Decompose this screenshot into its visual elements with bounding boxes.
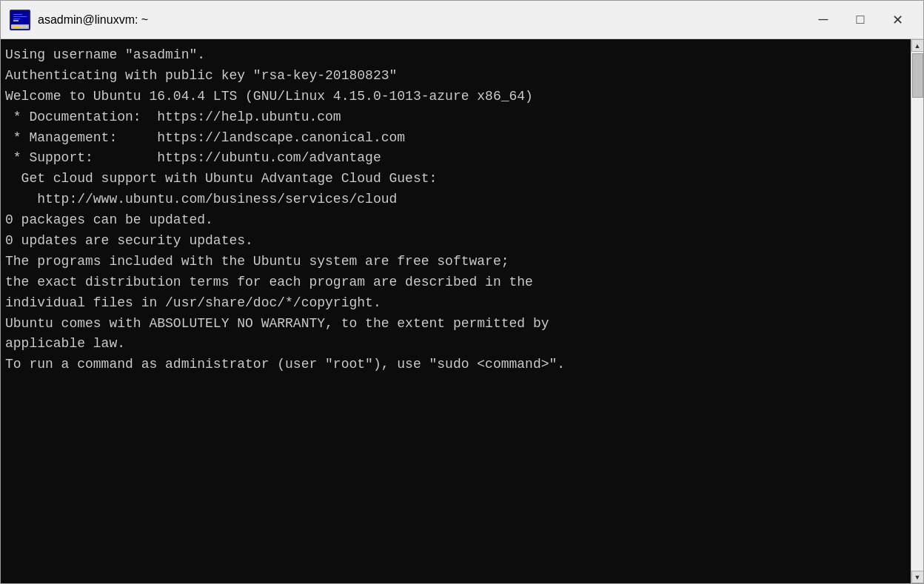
terminal-line: To run a command as administrator (user …	[5, 355, 906, 375]
titlebar: asadmin@linuxvm: ~ ─ □ ✕	[1, 1, 923, 39]
terminal-line: * Documentation: https://help.ubuntu.com	[5, 107, 906, 128]
terminal-line: Using username "asadmin".	[5, 45, 906, 66]
terminal-line: Ubuntu comes with ABSOLUTELY NO WARRANTY…	[5, 314, 906, 335]
terminal-line: Get cloud support with Ubuntu Advantage …	[5, 169, 906, 189]
terminal-window: asadmin@linuxvm: ~ ─ □ ✕ Using username …	[0, 0, 924, 584]
terminal-content: Using username "asadmin".Authenticating …	[5, 45, 906, 375]
svg-rect-7	[24, 26, 27, 27]
terminal-area: Using username "asadmin".Authenticating …	[1, 39, 923, 583]
titlebar-left: asadmin@linuxvm: ~	[10, 10, 148, 30]
terminal-line: individual files in /usr/share/doc/*/cop…	[5, 293, 906, 314]
svg-rect-9	[13, 16, 27, 17]
terminal-line: applicable law.	[5, 334, 906, 355]
svg-rect-8	[13, 14, 22, 15]
svg-rect-6	[20, 26, 23, 27]
scroll-down-arrow[interactable]: ▼	[911, 571, 924, 583]
terminal-line: Authenticating with public key "rsa-key-…	[5, 66, 906, 87]
terminal-icon	[10, 10, 30, 30]
scrollbar-track[interactable]	[911, 52, 923, 571]
terminal-line: * Management: https://landscape.canonica…	[5, 128, 906, 149]
terminal-line: * Support: https://ubuntu.com/advantage	[5, 148, 906, 169]
titlebar-title: asadmin@linuxvm: ~	[38, 13, 148, 27]
svg-rect-5	[13, 26, 19, 27]
terminal-line: the exact distribution terms for each pr…	[5, 272, 906, 293]
titlebar-buttons: ─ □ ✕	[806, 8, 914, 32]
scrollbar[interactable]: ▲ ▼	[911, 39, 923, 583]
svg-rect-10	[13, 19, 20, 19]
scroll-up-arrow[interactable]: ▲	[911, 39, 924, 52]
terminal-line: http://www.ubuntu.com/business/services/…	[5, 189, 906, 210]
maximize-button[interactable]: □	[843, 8, 877, 32]
minimize-button[interactable]: ─	[806, 8, 840, 32]
terminal-line: The programs included with the Ubuntu sy…	[5, 252, 906, 272]
svg-rect-4	[13, 20, 19, 21]
terminal-output[interactable]: Using username "asadmin".Authenticating …	[1, 39, 911, 583]
terminal-line: 0 packages can be updated.	[5, 210, 906, 231]
scrollbar-thumb[interactable]	[912, 53, 923, 98]
terminal-line: 0 updates are security updates.	[5, 231, 906, 252]
close-button[interactable]: ✕	[880, 8, 914, 32]
terminal-line: Welcome to Ubuntu 16.04.4 LTS (GNU/Linux…	[5, 87, 906, 107]
